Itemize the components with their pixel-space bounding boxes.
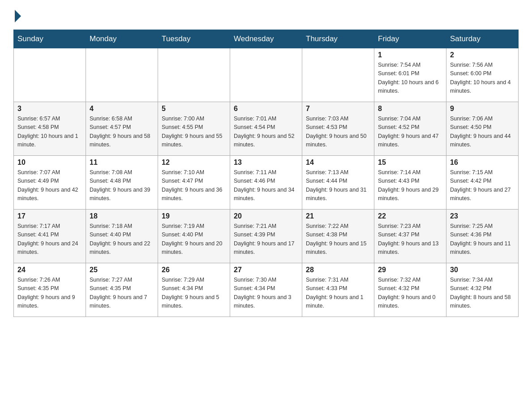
- day-info: Sunrise: 6:57 AM Sunset: 4:58 PM Dayligh…: [17, 115, 82, 150]
- logo-arrow-icon: [15, 10, 21, 22]
- page-header: [13, 9, 519, 21]
- day-info: Sunrise: 7:54 AM Sunset: 6:01 PM Dayligh…: [378, 61, 442, 96]
- day-header-tuesday: Tuesday: [158, 30, 230, 48]
- calendar-cell: 14Sunrise: 7:13 AM Sunset: 4:44 PM Dayli…: [302, 156, 374, 210]
- calendar-cell: 19Sunrise: 7:19 AM Sunset: 4:40 PM Dayli…: [158, 210, 230, 263]
- day-info: Sunrise: 7:25 AM Sunset: 4:36 PM Dayligh…: [450, 222, 515, 257]
- day-info: Sunrise: 7:14 AM Sunset: 4:43 PM Dayligh…: [378, 168, 442, 203]
- day-number: 5: [162, 105, 226, 113]
- calendar-cell: 20Sunrise: 7:21 AM Sunset: 4:39 PM Dayli…: [230, 210, 302, 263]
- day-number: 15: [378, 158, 442, 167]
- day-number: 11: [90, 158, 154, 167]
- day-info: Sunrise: 7:21 AM Sunset: 4:39 PM Dayligh…: [234, 222, 298, 257]
- day-info: Sunrise: 7:17 AM Sunset: 4:41 PM Dayligh…: [17, 222, 82, 257]
- calendar-cell: 1Sunrise: 7:54 AM Sunset: 6:01 PM Daylig…: [374, 48, 446, 102]
- calendar-cell: 30Sunrise: 7:34 AM Sunset: 4:32 PM Dayli…: [446, 263, 519, 317]
- day-number: 29: [378, 266, 442, 274]
- day-info: Sunrise: 7:19 AM Sunset: 4:40 PM Dayligh…: [162, 222, 226, 257]
- calendar-cell: 9Sunrise: 7:06 AM Sunset: 4:50 PM Daylig…: [446, 102, 519, 156]
- day-number: 23: [450, 212, 515, 220]
- day-info: Sunrise: 7:10 AM Sunset: 4:47 PM Dayligh…: [162, 168, 226, 203]
- day-number: 21: [306, 212, 370, 220]
- calendar-header-row: SundayMondayTuesdayWednesdayThursdayFrid…: [14, 30, 519, 48]
- calendar-week-5: 24Sunrise: 7:26 AM Sunset: 4:35 PM Dayli…: [14, 263, 519, 317]
- day-info: Sunrise: 7:22 AM Sunset: 4:38 PM Dayligh…: [306, 222, 370, 257]
- day-info: Sunrise: 6:58 AM Sunset: 4:57 PM Dayligh…: [90, 115, 154, 150]
- calendar-cell: [14, 48, 86, 102]
- day-info: Sunrise: 7:27 AM Sunset: 4:35 PM Dayligh…: [90, 276, 154, 311]
- calendar-cell: [230, 48, 302, 102]
- day-info: Sunrise: 7:00 AM Sunset: 4:55 PM Dayligh…: [162, 115, 226, 150]
- day-number: 17: [17, 212, 82, 220]
- calendar-cell: 6Sunrise: 7:01 AM Sunset: 4:54 PM Daylig…: [230, 102, 302, 156]
- day-number: 7: [306, 105, 370, 113]
- calendar-cell: 13Sunrise: 7:11 AM Sunset: 4:46 PM Dayli…: [230, 156, 302, 210]
- calendar-table: SundayMondayTuesdayWednesdayThursdayFrid…: [13, 30, 519, 317]
- day-header-sunday: Sunday: [14, 30, 86, 48]
- day-info: Sunrise: 7:18 AM Sunset: 4:40 PM Dayligh…: [90, 222, 154, 257]
- calendar-cell: 29Sunrise: 7:32 AM Sunset: 4:32 PM Dayli…: [374, 263, 446, 317]
- calendar-cell: 3Sunrise: 6:57 AM Sunset: 4:58 PM Daylig…: [14, 102, 86, 156]
- calendar-week-2: 3Sunrise: 6:57 AM Sunset: 4:58 PM Daylig…: [14, 102, 519, 156]
- day-number: 20: [234, 212, 298, 220]
- calendar-week-3: 10Sunrise: 7:07 AM Sunset: 4:49 PM Dayli…: [14, 156, 519, 210]
- day-header-wednesday: Wednesday: [230, 30, 302, 48]
- day-info: Sunrise: 7:08 AM Sunset: 4:48 PM Dayligh…: [90, 168, 154, 203]
- day-number: 1: [378, 51, 442, 59]
- calendar-cell: 18Sunrise: 7:18 AM Sunset: 4:40 PM Dayli…: [86, 210, 158, 263]
- calendar-cell: 26Sunrise: 7:29 AM Sunset: 4:34 PM Dayli…: [158, 263, 230, 317]
- day-header-monday: Monday: [86, 30, 158, 48]
- day-header-thursday: Thursday: [302, 30, 374, 48]
- calendar-week-4: 17Sunrise: 7:17 AM Sunset: 4:41 PM Dayli…: [14, 210, 519, 263]
- day-number: 25: [90, 266, 154, 274]
- day-number: 18: [90, 212, 154, 220]
- day-number: 13: [234, 158, 298, 167]
- calendar-cell: 25Sunrise: 7:27 AM Sunset: 4:35 PM Dayli…: [86, 263, 158, 317]
- day-number: 30: [450, 266, 515, 274]
- calendar-cell: 23Sunrise: 7:25 AM Sunset: 4:36 PM Dayli…: [446, 210, 519, 263]
- calendar-cell: 16Sunrise: 7:15 AM Sunset: 4:42 PM Dayli…: [446, 156, 519, 210]
- day-number: 6: [234, 105, 298, 113]
- day-number: 16: [450, 158, 515, 167]
- day-number: 10: [17, 158, 82, 167]
- day-info: Sunrise: 7:13 AM Sunset: 4:44 PM Dayligh…: [306, 168, 370, 203]
- day-number: 24: [17, 266, 82, 274]
- calendar-cell: 2Sunrise: 7:56 AM Sunset: 6:00 PM Daylig…: [446, 48, 519, 102]
- day-info: Sunrise: 7:30 AM Sunset: 4:34 PM Dayligh…: [234, 276, 298, 311]
- day-info: Sunrise: 7:01 AM Sunset: 4:54 PM Dayligh…: [234, 115, 298, 150]
- calendar-week-1: 1Sunrise: 7:54 AM Sunset: 6:01 PM Daylig…: [14, 48, 519, 102]
- day-number: 9: [450, 105, 515, 113]
- day-header-friday: Friday: [374, 30, 446, 48]
- day-number: 8: [378, 105, 442, 113]
- calendar-cell: 24Sunrise: 7:26 AM Sunset: 4:35 PM Dayli…: [14, 263, 86, 317]
- calendar-cell: [158, 48, 230, 102]
- day-info: Sunrise: 7:56 AM Sunset: 6:00 PM Dayligh…: [450, 61, 515, 96]
- day-info: Sunrise: 7:32 AM Sunset: 4:32 PM Dayligh…: [378, 276, 442, 311]
- day-number: 3: [17, 105, 82, 113]
- calendar-cell: 10Sunrise: 7:07 AM Sunset: 4:49 PM Dayli…: [14, 156, 86, 210]
- calendar-cell: 7Sunrise: 7:03 AM Sunset: 4:53 PM Daylig…: [302, 102, 374, 156]
- calendar-cell: 27Sunrise: 7:30 AM Sunset: 4:34 PM Dayli…: [230, 263, 302, 317]
- day-info: Sunrise: 7:34 AM Sunset: 4:32 PM Dayligh…: [450, 276, 515, 311]
- day-info: Sunrise: 7:04 AM Sunset: 4:52 PM Dayligh…: [378, 115, 442, 150]
- day-number: 22: [378, 212, 442, 220]
- calendar-cell: 17Sunrise: 7:17 AM Sunset: 4:41 PM Dayli…: [14, 210, 86, 263]
- day-info: Sunrise: 7:23 AM Sunset: 4:37 PM Dayligh…: [378, 222, 442, 257]
- day-info: Sunrise: 7:26 AM Sunset: 4:35 PM Dayligh…: [17, 276, 82, 311]
- calendar-cell: 8Sunrise: 7:04 AM Sunset: 4:52 PM Daylig…: [374, 102, 446, 156]
- day-number: 2: [450, 51, 515, 59]
- logo: [13, 9, 21, 21]
- calendar-cell: [302, 48, 374, 102]
- day-info: Sunrise: 7:07 AM Sunset: 4:49 PM Dayligh…: [17, 168, 82, 203]
- day-info: Sunrise: 7:29 AM Sunset: 4:34 PM Dayligh…: [162, 276, 226, 311]
- calendar-cell: 12Sunrise: 7:10 AM Sunset: 4:47 PM Dayli…: [158, 156, 230, 210]
- calendar-cell: 15Sunrise: 7:14 AM Sunset: 4:43 PM Dayli…: [374, 156, 446, 210]
- calendar-cell: 11Sunrise: 7:08 AM Sunset: 4:48 PM Dayli…: [86, 156, 158, 210]
- day-info: Sunrise: 7:15 AM Sunset: 4:42 PM Dayligh…: [450, 168, 515, 203]
- day-info: Sunrise: 7:11 AM Sunset: 4:46 PM Dayligh…: [234, 168, 298, 203]
- calendar-cell: 22Sunrise: 7:23 AM Sunset: 4:37 PM Dayli…: [374, 210, 446, 263]
- day-number: 12: [162, 158, 226, 167]
- calendar-cell: [86, 48, 158, 102]
- day-number: 27: [234, 266, 298, 274]
- calendar-cell: 4Sunrise: 6:58 AM Sunset: 4:57 PM Daylig…: [86, 102, 158, 156]
